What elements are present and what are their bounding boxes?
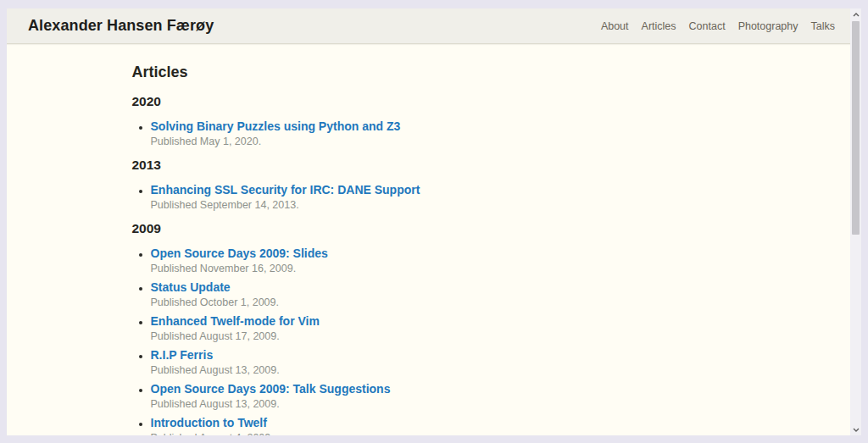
- article-link[interactable]: Open Source Days 2009: Slides: [151, 246, 328, 261]
- list-item: Enhanced Twelf-mode for Vim Published Au…: [151, 313, 726, 343]
- list-item: Status Update Published October 1, 2009.: [151, 280, 726, 309]
- scroll-down-button[interactable]: [850, 424, 861, 435]
- scroll-up-button[interactable]: [850, 8, 861, 20]
- published-date: Published August 4, 2009.: [151, 431, 726, 435]
- article-link[interactable]: Introduction to Twelf: [151, 415, 267, 430]
- scrollbar-thumb[interactable]: [852, 21, 860, 235]
- published-date: Published August 13, 2009.: [151, 397, 726, 411]
- list-item: Solving Binary Puzzles using Python and …: [151, 119, 726, 148]
- nav-link-about[interactable]: About: [601, 20, 629, 32]
- browser-viewport: Alexander Hansen Færøy About Articles Co…: [7, 8, 850, 435]
- site-title: Alexander Hansen Færøy: [28, 17, 214, 35]
- nav-link-articles[interactable]: Articles: [642, 20, 676, 32]
- published-date: Published October 1, 2009.: [151, 296, 726, 309]
- list-item: Introduction to Twelf Published August 4…: [151, 415, 726, 435]
- published-date: Published May 1, 2020.: [151, 135, 726, 148]
- main-content: Articles 2020 Solving Binary Puzzles usi…: [132, 44, 726, 435]
- site-header: Alexander Hansen Færøy About Articles Co…: [7, 8, 850, 44]
- nav-link-contact[interactable]: Contact: [689, 20, 726, 32]
- article-link[interactable]: Enhanced Twelf-mode for Vim: [151, 313, 320, 329]
- list-item: R.I.P Ferris Published August 13, 2009.: [151, 347, 726, 377]
- year-heading: 2020: [132, 93, 726, 109]
- article-link[interactable]: Enhancing SSL Security for IRC: DANE Sup…: [151, 182, 420, 197]
- published-date: Published August 17, 2009.: [151, 329, 726, 343]
- articles-by-year: 2020 Solving Binary Puzzles using Python…: [132, 93, 726, 435]
- vertical-scrollbar[interactable]: [850, 8, 861, 435]
- published-date: Published September 14, 2013.: [151, 198, 726, 212]
- article-link[interactable]: Status Update: [151, 280, 231, 295]
- year-heading: 2009: [132, 220, 726, 236]
- main-nav: About Articles Contact Photography Talks: [601, 20, 835, 32]
- list-item: Open Source Days 2009: Slides Published …: [151, 246, 726, 275]
- year-section: 2020 Solving Binary Puzzles using Python…: [132, 93, 726, 148]
- article-list: Solving Binary Puzzles using Python and …: [132, 119, 726, 148]
- list-item: Enhancing SSL Security for IRC: DANE Sup…: [151, 182, 726, 212]
- year-section: 2009 Open Source Days 2009: Slides Publi…: [132, 220, 726, 435]
- nav-link-photography[interactable]: Photography: [738, 20, 798, 32]
- article-link[interactable]: Open Source Days 2009: Talk Suggestions: [151, 381, 391, 396]
- chevron-up-icon: [853, 13, 860, 17]
- year-section: 2013 Enhancing SSL Security for IRC: DAN…: [132, 157, 726, 212]
- page-title: Articles: [132, 63, 726, 81]
- published-date: Published November 16, 2009.: [151, 262, 726, 275]
- year-heading: 2013: [132, 157, 726, 173]
- chevron-down-icon: [853, 428, 860, 432]
- list-item: Open Source Days 2009: Talk Suggestions …: [151, 381, 726, 411]
- article-list: Enhancing SSL Security for IRC: DANE Sup…: [132, 182, 726, 212]
- nav-link-talks[interactable]: Talks: [811, 20, 835, 32]
- article-list: Open Source Days 2009: Slides Published …: [132, 246, 726, 435]
- published-date: Published August 13, 2009.: [151, 363, 726, 377]
- article-link[interactable]: R.I.P Ferris: [151, 347, 214, 363]
- article-link[interactable]: Solving Binary Puzzles using Python and …: [151, 119, 401, 134]
